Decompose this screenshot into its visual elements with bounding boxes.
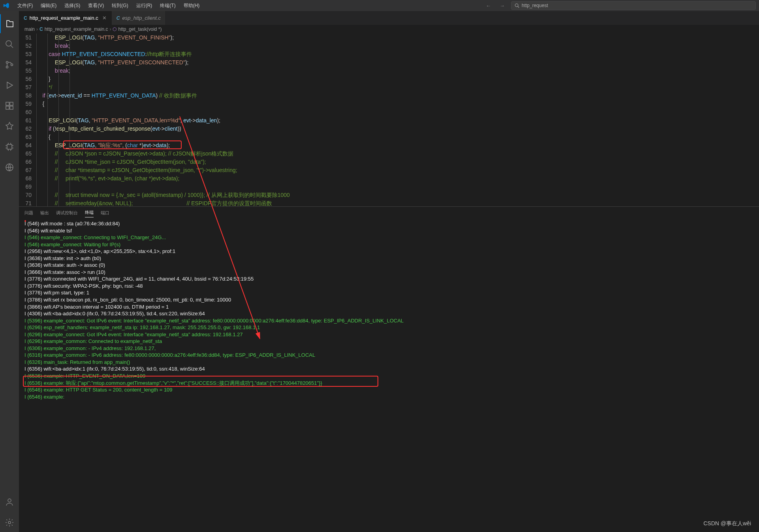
account-icon[interactable] [0,493,19,511]
terminal-line: I (546) example_connect: Waiting for IP(… [24,241,753,248]
terminal-line: I (6296) esp_netif_handlers: example_net… [24,324,753,331]
code-line[interactable]: ESP_LOGI(TAG, "HTTP_EVENT_ON_FINISH"); [36,34,759,42]
globe-activity-icon[interactable] [0,158,19,177]
menu-run[interactable]: 运行(R) [133,1,156,11]
function-icon: ⬡ [113,26,116,32]
code-line[interactable]: if (!esp_http_client_is_chunked_response… [36,125,759,133]
terminal-line: I (3786) wifi:set rx beacon pti, rx_bcn_… [24,296,753,303]
menu-help[interactable]: 帮助(H) [180,1,203,11]
nav-back-icon[interactable]: ← [483,2,493,9]
code-line[interactable]: case HTTP_EVENT_DISCONNECTED://http断开连接事… [36,50,759,58]
breadcrumb-file[interactable]: http_request_example_main.c [45,26,108,32]
code-editor[interactable]: 5152535455565758596061626364656667686970… [19,34,759,206]
svg-rect-9 [6,106,9,109]
panel-tab-problems[interactable]: 问题 [24,208,33,217]
terminal-line: I (5396) example_connect: Got IPv6 event… [24,317,753,324]
code-line[interactable]: // cJSON *json = cJSON_Parse(evt->data);… [36,150,759,158]
activity-bar [0,11,19,532]
svg-point-6 [11,64,13,66]
chip-activity-icon[interactable] [0,137,19,156]
watermark: CSDN @事在人wěi [703,520,751,527]
terminal-line: I (6296) example_common: Connected to ex… [24,338,753,345]
search-activity-icon[interactable] [0,35,19,54]
settings-icon[interactable] [0,513,19,532]
code-line[interactable]: // cJSON *time_json = cJSON_GetObjectIte… [36,158,759,166]
tab-esp-http-client[interactable]: C esp_http_client.c [112,11,166,25]
tab-label: http_request_example_main.c [30,15,98,21]
code-line[interactable]: { [36,100,759,108]
code-line[interactable]: ESP_LOGI(TAG, "HTTP_EVENT_DISCONNECTED")… [36,58,759,67]
terminal-output[interactable]: I (546) wifi:mode : sta (a0:76:4e:36:dd:… [19,219,759,532]
terminal-line: I (6296) example_connect: Got IPv4 event… [24,331,753,338]
terminal-line: I (3636) wifi:state: init -> auth (b0) [24,255,753,262]
code-line[interactable]: break; [36,67,759,75]
terminal-line: I (6306) example_common: - IPv4 address:… [24,345,753,352]
breadcrumb[interactable]: main › C http_request_example_main.c › ⬡… [19,25,759,34]
terminal-line: I (3776) wifi:connected with WIFI_Charge… [24,275,753,283]
menubar: 文件(F) 编辑(E) 选择(S) 查看(V) 转到(G) 运行(R) 终端(T… [0,0,759,11]
terminal-line: I (546) wifi:enable tsf [24,227,753,234]
terminal-line: I (546) example_connect: Connecting to W… [24,234,753,241]
nav-forward-icon[interactable]: → [497,2,507,9]
code-line[interactable]: { [36,133,759,141]
code-line[interactable]: ESP_LOGI(TAG, "响应:%s", (char *)evt->data… [36,141,759,150]
tab-label: esp_http_client.c [122,15,161,21]
menu-edit[interactable]: 编辑(E) [38,1,60,11]
c-lang-icon: C [24,15,27,21]
terminal-line: I (3866) wifi:AP's beacon interval = 102… [24,303,753,311]
menu-file[interactable]: 文件(F) [14,1,36,11]
search-icon [515,3,519,8]
vscode-logo-icon [3,2,9,9]
svg-line-1 [518,6,519,7]
code-line[interactable]: // settimeofday(&now, NULL); // ESPIDF官方… [36,199,759,206]
line-gutter: 5152535455565758596061626364656667686970… [19,34,36,206]
svg-point-0 [515,4,519,7]
code-line[interactable] [36,108,759,116]
code-line[interactable] [36,183,759,191]
svg-rect-7 [6,102,9,105]
run-debug-icon[interactable] [0,76,19,95]
terminal-line: I (6536) example: HTTP_EVENT_ON_DATA,len… [24,373,753,380]
menu-view[interactable]: 查看(V) [85,1,107,11]
menu-terminal[interactable]: 终端(T) [157,1,178,11]
editor-tab-bar: C http_request_example_main.c ✕ C esp_ht… [19,11,759,25]
code-line[interactable]: break; [36,42,759,50]
svg-point-13 [8,499,11,502]
menu-selection[interactable]: 选择(S) [61,1,83,11]
panel-tab-output[interactable]: 输出 [40,208,49,217]
menu-go[interactable]: 转到(G) [109,1,131,11]
terminal-line: I (6546) example: HTTP GET Status = 200,… [24,386,753,393]
svg-rect-10 [10,106,13,109]
code-line[interactable]: // char *timestamp = cJSON_GetObjectItem… [36,166,759,174]
code-content[interactable]: ESP_LOGI(TAG, "HTTP_EVENT_ON_FINISH"); b… [36,34,759,206]
panel-area: 问题 输出 调试控制台 终端 端口 I (546) wifi:mode : st… [19,206,759,532]
explorer-icon[interactable] [0,14,19,33]
source-control-icon[interactable] [0,55,19,74]
svg-point-14 [8,521,11,524]
panel-tab-debug-console[interactable]: 调试控制台 [56,208,78,217]
breadcrumb-folder[interactable]: main [24,26,35,32]
terminal-line: I (6546) example: [24,393,753,401]
terminal-line: I (6326) main_task: Returned from app_ma… [24,359,753,366]
panel-tab-ports[interactable]: 端口 [101,208,109,217]
close-tab-icon[interactable]: ✕ [102,15,107,21]
tab-http-request-example-main[interactable]: C http_request_example_main.c ✕ [19,11,112,25]
code-line[interactable]: // printf("%.*s", evt->data_len, (char *… [36,174,759,183]
extensions-icon[interactable] [0,96,19,115]
code-line[interactable]: */ [36,83,759,92]
terminal-line: I (3776) wifi:security: WPA2-PSK, phy: b… [24,283,753,290]
terminal-line: I (4306) wifi:<ba-add>idx:0 (ifx:0, 76:7… [24,310,753,317]
panel-tab-terminal[interactable]: 终端 [85,208,94,217]
global-search-input[interactable]: http_request [511,1,756,10]
terminal-line: I (6316) example_common: - IPv6 address:… [24,352,753,359]
code-line[interactable]: ESP_LOGI(TAG, "HTTP_EVENT_ON_DATA,len=%d… [36,116,759,125]
svg-line-3 [11,45,13,48]
code-line[interactable]: if (evt->event_id == HTTP_EVENT_ON_DATA)… [36,92,759,100]
breadcrumb-symbol[interactable]: http_get_task(void *) [118,26,162,32]
c-lang-icon: C [116,15,120,21]
esp-activity-icon[interactable] [0,117,19,136]
chevron-right-icon: › [109,26,111,32]
chevron-right-icon: › [36,26,38,32]
code-line[interactable]: } [36,75,759,83]
code-line[interactable]: // struct timeval now = {.tv_sec = (atol… [36,191,759,199]
